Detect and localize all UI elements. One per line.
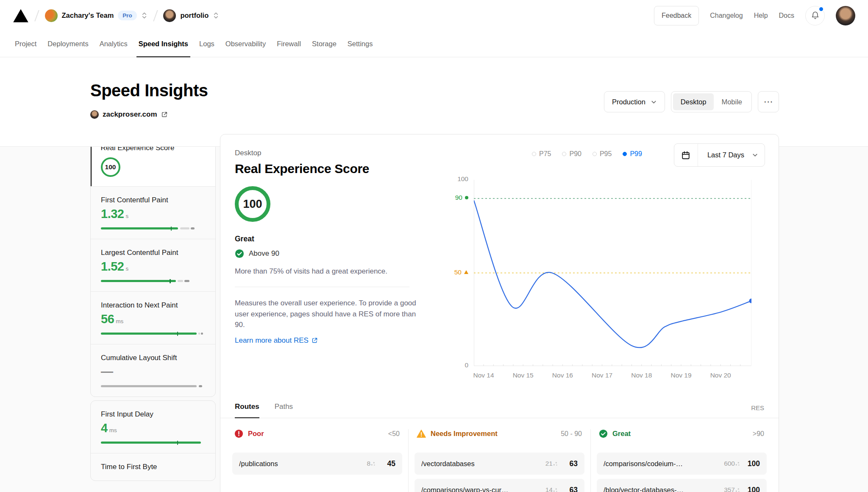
alert-circle-icon: [234, 429, 243, 438]
tab-project[interactable]: Project: [9, 31, 42, 57]
breadcrumb-slash: [34, 10, 39, 21]
external-link-icon: [312, 337, 318, 344]
metric-label: Largest Contentful Paint: [101, 249, 205, 257]
res-detail-panel: Desktop Real Experience Score 100 Great …: [220, 134, 779, 492]
notifications-button[interactable]: [805, 6, 825, 25]
help-link[interactable]: Help: [754, 12, 768, 20]
metric-threshold-bar: [101, 227, 205, 229]
radio-icon: [562, 152, 566, 156]
route-row[interactable]: /vectordatabases 21 63: [415, 453, 584, 475]
tab-storage[interactable]: Storage: [306, 31, 342, 57]
project-selector-chevrons-icon[interactable]: [213, 12, 219, 19]
more-options-button[interactable]: ⋯: [758, 91, 779, 112]
metric-threshold-bar: [101, 333, 205, 335]
percentile-p75[interactable]: P75: [532, 150, 551, 158]
chart-x-axis-labels: Nov 14Nov 15Nov 16Nov 17Nov 18Nov 19Nov …: [474, 372, 751, 380]
breadcrumb-team[interactable]: Zachary's Team Pro: [45, 9, 147, 22]
panel-title: Real Experience Score: [235, 162, 424, 176]
threshold-row: Above 90: [235, 249, 424, 258]
metric-label: Cumulative Layout Shift: [101, 354, 205, 362]
tab-observability[interactable]: Observability: [220, 31, 271, 57]
chart-y-axis-labels: 10090500: [441, 180, 468, 366]
page-hero: Speed Insights zackproser.com Production…: [0, 57, 868, 147]
res-trend-chart[interactable]: 10090500 Nov 14Nov 15Nov 16Nov 17Nov 18N…: [474, 180, 751, 366]
docs-link[interactable]: Docs: [779, 12, 794, 20]
tab-speed-insights[interactable]: Speed Insights: [133, 31, 194, 57]
metric-threshold-bar: [101, 442, 205, 444]
tab-logs[interactable]: Logs: [194, 31, 220, 57]
metric-value: 4ms: [101, 421, 205, 435]
metric-value: 56ms: [101, 312, 205, 326]
metric-threshold-bar: [101, 385, 205, 387]
column-header: Poor <50: [232, 429, 402, 438]
device-toggle: Desktop Mobile: [671, 91, 752, 112]
radio-icon: [623, 152, 627, 156]
column-great: Great >90 /comparisons/codeium-… 600 100…: [590, 429, 773, 492]
chevron-down-icon: [752, 152, 758, 158]
metric-card-interaction-to-next-paint[interactable]: Interaction to Next Paint 56ms: [91, 291, 215, 344]
metric-value: 1.52s: [101, 260, 205, 274]
date-range-picker[interactable]: Last 7 Days: [674, 143, 765, 167]
metric-card-time-to-first-byte[interactable]: Time to First Byte: [91, 453, 215, 481]
breadcrumb-project[interactable]: portfolio: [163, 9, 219, 22]
samples-icon: [370, 461, 376, 467]
user-avatar[interactable]: [836, 6, 855, 25]
metric-card-cumulative-layout-shift[interactable]: Cumulative Layout Shift —: [91, 344, 215, 397]
top-bar: Zachary's Team Pro portfolio Feedback Ch…: [0, 0, 868, 31]
tab-analytics[interactable]: Analytics: [94, 31, 133, 57]
percentile-p95[interactable]: P95: [593, 150, 612, 158]
route-row[interactable]: /publications 8 45: [232, 453, 402, 475]
percentile-toggles: P75 P90 P95 P99: [532, 150, 642, 158]
chevron-down-icon: [651, 99, 657, 105]
routes-section: Routes Paths RES Poor <50 /publications …: [220, 397, 779, 492]
environment-value: Production: [612, 98, 645, 106]
bell-icon: [811, 11, 820, 20]
percentile-p99[interactable]: P99: [623, 150, 642, 158]
chart-canvas: [474, 180, 751, 366]
res-summary: Desktop Real Experience Score 100 Great …: [220, 134, 424, 345]
samples-icon: [553, 487, 558, 492]
tab-deployments[interactable]: Deployments: [42, 31, 94, 57]
summary-text: More than 75% of visits had a great expe…: [235, 267, 424, 276]
tab-paths[interactable]: Paths: [275, 403, 293, 418]
metric-value: —: [101, 365, 205, 379]
metric-card-largest-contentful-paint[interactable]: Largest Contentful Paint 1.52s: [91, 239, 215, 291]
samples-icon: [735, 487, 740, 492]
tab-firewall[interactable]: Firewall: [271, 31, 306, 57]
project-name: portfolio: [180, 11, 209, 20]
column-header: Great >90: [597, 429, 767, 438]
threshold-text: Above 90: [249, 249, 279, 258]
team-selector-chevrons-icon[interactable]: [141, 12, 147, 19]
samples-icon: [735, 461, 740, 467]
column-header: Needs Improvement 50 - 90: [415, 429, 584, 438]
metric-threshold-bar: [101, 280, 205, 282]
route-row[interactable]: /comparisons/codeium-… 600 100: [597, 453, 767, 475]
column-needs-improvement: Needs Improvement 50 - 90 /vectordatabas…: [408, 429, 590, 492]
score-range: >90: [753, 430, 764, 438]
metric-group-secondary: First Input Delay 4ms Time to First Byte: [90, 400, 216, 481]
team-avatar: [45, 9, 58, 22]
metric-label: Interaction to Next Paint: [101, 301, 205, 310]
learn-more-link[interactable]: Learn more about RES: [235, 336, 318, 345]
feedback-button[interactable]: Feedback: [654, 6, 699, 25]
project-avatar: [163, 9, 176, 22]
percentile-p90[interactable]: P90: [562, 150, 581, 158]
calendar-button[interactable]: [674, 144, 698, 166]
vercel-logo-icon[interactable]: [13, 8, 29, 23]
rating-label: Great: [235, 235, 424, 243]
metric-card-first-contentful-paint[interactable]: First Contentful Paint 1.32s: [91, 186, 215, 239]
device-toggle-mobile[interactable]: Mobile: [714, 93, 750, 110]
route-row[interactable]: /comparisons/warp-vs-cur… 14 63: [415, 479, 584, 492]
score-range: 50 - 90: [561, 430, 582, 438]
metric-card-first-input-delay[interactable]: First Input Delay 4ms: [91, 401, 215, 453]
team-name: Zachary's Team: [62, 11, 114, 20]
alert-triangle-icon: [417, 429, 426, 438]
environment-select[interactable]: Production: [604, 91, 665, 112]
metric-label: First Contentful Paint: [101, 196, 205, 204]
device-toggle-desktop[interactable]: Desktop: [673, 93, 714, 110]
column-poor: Poor <50 /publications 8 45: [226, 429, 408, 492]
tab-routes[interactable]: Routes: [235, 403, 259, 418]
tab-settings[interactable]: Settings: [342, 31, 378, 57]
route-row[interactable]: /blog/vector-databases-… 357 100: [597, 479, 767, 492]
changelog-link[interactable]: Changelog: [710, 12, 743, 20]
